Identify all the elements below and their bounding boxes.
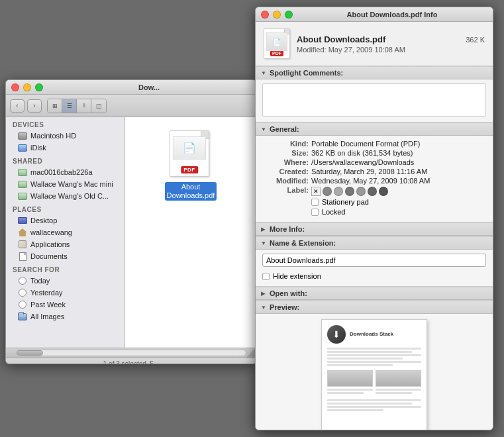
finder-toolbar: ‹ › ⊞ ☰ ⫴ ◫ [6, 95, 256, 117]
info-titlebar: About Downloads.pdf Info [256, 7, 493, 22]
network-icon [18, 168, 27, 177]
general-header[interactable]: General: [256, 122, 493, 136]
sidebar-item-pastweek[interactable]: Past Week [6, 299, 125, 311]
close-button[interactable] [11, 83, 19, 91]
label-x-button[interactable]: ✕ [311, 187, 321, 196]
preview-title: Downloads Stack [350, 331, 393, 338]
back-button[interactable]: ‹ [10, 99, 25, 113]
hard-drive-icon [18, 131, 27, 140]
clock-icon [18, 300, 27, 309]
sidebar-item-label: Wallace Wang's Old C... [30, 192, 109, 200]
sidebar-item-today[interactable]: Today [6, 275, 125, 287]
sidebar-item-label: All Images [30, 313, 64, 320]
forward-button[interactable]: › [27, 99, 42, 113]
sidebar-item-mac0016[interactable]: mac0016cbab226a [6, 166, 125, 178]
name-ext-header[interactable]: Name & Extension: [256, 236, 493, 250]
finder-body: DEVICES Macintosh HD iDisk SHARED mac001… [6, 117, 256, 348]
sidebar-item-macintosh-hd[interactable]: Macintosh HD [6, 130, 125, 142]
sidebar-item-label: Documents [30, 252, 68, 260]
filename-input[interactable] [262, 254, 486, 267]
sidebar-item-wallace-old[interactable]: Wallace Wang's Old C... [6, 190, 125, 202]
sidebar-item-label: Today [30, 277, 50, 285]
more-info-header[interactable]: More Info: [256, 222, 493, 236]
sidebar-item-wallace-mini[interactable]: Wallace Wang's Mac mini [6, 178, 125, 190]
sidebar-item-label: Past Week [30, 301, 66, 309]
scroll-thumb[interactable] [17, 350, 43, 356]
list-view-button[interactable]: ☰ [62, 99, 77, 113]
stationery-label: Stationery pad [322, 198, 369, 206]
hide-extension-label: Hide extension [273, 272, 321, 280]
finder-main-content: 📄 PDF About Downloads.pdf [125, 117, 256, 348]
preview-page: ⬇ Downloads Stack [321, 319, 427, 430]
preview-header-label: Preview: [270, 303, 299, 311]
general-header-label: General: [270, 125, 299, 133]
info-file-header: 📄 PDF About Downloads.pdf 362 K Modified… [256, 22, 493, 66]
preview-content: ⬇ Downloads Stack [256, 314, 493, 430]
info-maximize-button[interactable] [285, 11, 293, 19]
preview-section: Preview: ⬇ Downloads Stack [256, 301, 493, 430]
sidebar-item-allimages[interactable]: All Images [6, 311, 125, 322]
column-view-button[interactable]: ⫴ [77, 99, 91, 113]
sidebar-item-applications[interactable]: Applications [6, 238, 125, 250]
file-icon-about-downloads[interactable]: 📄 PDF About Downloads.pdf [165, 130, 217, 201]
spotlight-textarea[interactable] [262, 83, 486, 117]
places-header: PLACES [6, 202, 125, 215]
general-content: Kind: Portable Document Format (PDF) Siz… [256, 136, 493, 222]
stationery-row: Stationery pad [311, 198, 486, 206]
more-info-section: More Info: [256, 222, 493, 236]
stationery-checkbox[interactable] [311, 199, 319, 206]
label-dot-gray1[interactable] [323, 187, 332, 196]
preview-header[interactable]: Preview: [256, 301, 493, 314]
sidebar-item-desktop[interactable]: Desktop [6, 215, 125, 226]
locked-label: Locked [322, 208, 345, 216]
info-close-button[interactable] [261, 11, 269, 19]
spotlight-header[interactable]: Spotlight Comments: [256, 66, 493, 79]
coverflow-view-button[interactable]: ◫ [91, 99, 106, 113]
kind-value: Portable Document Format (PDF) [311, 140, 486, 148]
pdf-file-icon: 📄 PDF [170, 130, 212, 179]
label-colors: ✕ [311, 187, 388, 196]
where-value: /Users/wallacewang/Downloads [311, 158, 486, 166]
sidebar-item-label: Applications [30, 240, 70, 248]
locked-row: Locked [311, 208, 486, 216]
label-dot-gray5[interactable] [368, 187, 377, 196]
name-ext-content: Hide extension [256, 250, 493, 286]
info-modified: Modified: May 27, 2009 10:08 AM [297, 46, 485, 54]
sidebar-item-label: Wallace Wang's Mac mini [30, 180, 113, 188]
status-text: 1 of 3 selected, 5... [103, 360, 160, 364]
network-icon [18, 191, 27, 201]
info-minimize-button[interactable] [273, 11, 281, 19]
label-dot-gray6[interactable] [379, 187, 388, 196]
sidebar-item-label: Yesterday [30, 289, 63, 297]
sidebar-item-home[interactable]: wallacewang [6, 226, 125, 238]
sidebar-item-label: mac0016cbab226a [30, 168, 93, 176]
maximize-button[interactable] [35, 83, 43, 91]
finder-status-bar: 1 of 3 selected, 5... [6, 358, 256, 364]
file-name-label: About Downloads.pdf [165, 182, 217, 201]
preview-stack-icon: ⬇ [327, 325, 346, 344]
label-dot-gray2[interactable] [334, 187, 343, 196]
finder-titlebar: Dow... [6, 80, 256, 95]
general-disclosure [261, 126, 266, 132]
created-row: Created: Saturday, March 29, 2008 11:16 … [262, 168, 486, 175]
images-icon [18, 312, 27, 321]
more-info-disclosure [261, 226, 266, 232]
sidebar-item-idisk[interactable]: iDisk [6, 142, 125, 154]
view-buttons: ⊞ ☰ ⫴ ◫ [47, 99, 107, 113]
sidebar-item-yesterday[interactable]: Yesterday [6, 287, 125, 299]
where-row: Where: /Users/wallacewang/Downloads [262, 158, 486, 166]
hide-extension-checkbox[interactable] [262, 273, 270, 280]
label-dot-gray4[interactable] [356, 187, 366, 196]
created-label: Created: [262, 168, 309, 175]
minimize-button[interactable] [23, 83, 31, 91]
locked-checkbox[interactable] [311, 209, 319, 216]
sidebar-item-documents[interactable]: Documents [6, 250, 125, 262]
open-with-header[interactable]: Open with: [256, 287, 493, 300]
finder-scrollbar-horizontal[interactable] [6, 348, 256, 358]
kind-label: Kind: [262, 140, 309, 148]
info-body: Spotlight Comments: General: Kind: Porta… [256, 66, 493, 430]
sidebar-item-label: Desktop [30, 217, 57, 224]
label-dot-gray3[interactable] [345, 187, 354, 196]
icon-view-button[interactable]: ⊞ [48, 99, 62, 113]
scroll-track[interactable] [16, 350, 246, 356]
